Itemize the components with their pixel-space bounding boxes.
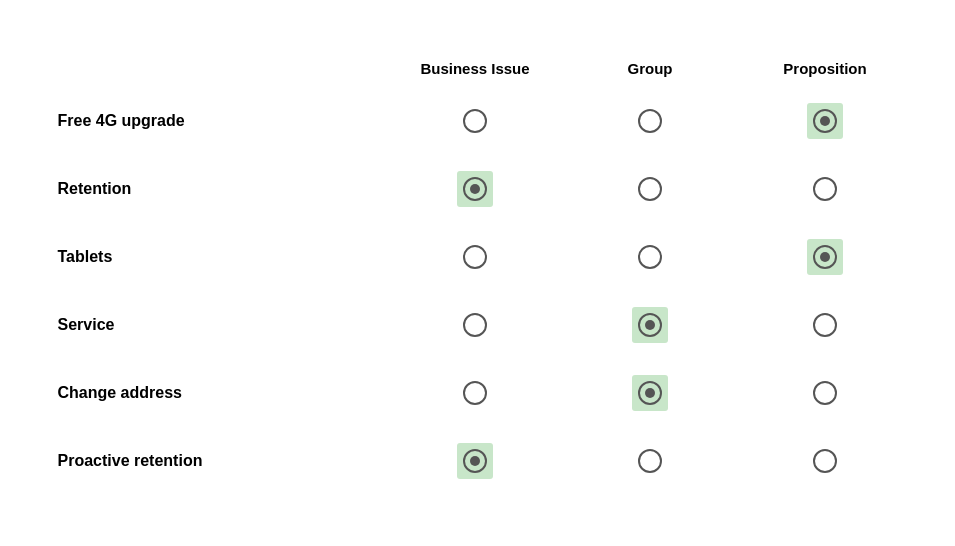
item-label: Free 4G upgrade — [48, 112, 388, 130]
radio-cell-business_issue[interactable] — [388, 375, 563, 411]
radio-wrapper — [807, 103, 843, 139]
item-label: Proactive retention — [48, 452, 388, 470]
radio-cell-business_issue[interactable] — [388, 103, 563, 139]
radio-wrapper — [457, 375, 493, 411]
radio-cells — [388, 239, 913, 275]
radio-cell-proposition[interactable] — [738, 443, 913, 479]
radio-circle[interactable] — [638, 313, 662, 337]
radio-circle[interactable] — [463, 381, 487, 405]
radio-wrapper — [457, 171, 493, 207]
radio-circle[interactable] — [463, 313, 487, 337]
radio-wrapper — [632, 443, 668, 479]
radio-wrapper — [457, 103, 493, 139]
radio-circle[interactable] — [813, 109, 837, 133]
radio-circle[interactable] — [463, 245, 487, 269]
table-row: Tablets — [48, 223, 908, 291]
radio-cell-group[interactable] — [563, 171, 738, 207]
radio-wrapper — [632, 307, 668, 343]
radio-cell-group[interactable] — [563, 239, 738, 275]
table-row: Change address — [48, 359, 908, 427]
radio-cell-proposition[interactable] — [738, 375, 913, 411]
radio-cell-proposition[interactable] — [738, 239, 913, 275]
item-label: Tablets — [48, 248, 388, 266]
radio-cell-proposition[interactable] — [738, 103, 913, 139]
table-row: Free 4G upgrade — [48, 87, 908, 155]
radio-cells — [388, 171, 913, 207]
radio-circle[interactable] — [638, 109, 662, 133]
radio-circle[interactable] — [813, 381, 837, 405]
col-header-business-issue: Business Issue — [388, 60, 563, 77]
radio-circle[interactable] — [638, 449, 662, 473]
radio-cells — [388, 375, 913, 411]
radio-circle[interactable] — [813, 449, 837, 473]
radio-cell-business_issue[interactable] — [388, 443, 563, 479]
radio-wrapper — [632, 171, 668, 207]
radio-circle[interactable] — [638, 381, 662, 405]
radio-cell-group[interactable] — [563, 443, 738, 479]
radio-wrapper — [807, 375, 843, 411]
radio-circle[interactable] — [463, 177, 487, 201]
item-label: Service — [48, 316, 388, 334]
radio-circle[interactable] — [463, 109, 487, 133]
radio-circle[interactable] — [638, 245, 662, 269]
radio-cells — [388, 307, 913, 343]
radio-cells — [388, 443, 913, 479]
radio-cell-business_issue[interactable] — [388, 171, 563, 207]
radio-wrapper — [457, 443, 493, 479]
table-row: Retention — [48, 155, 908, 223]
radio-wrapper — [632, 103, 668, 139]
radio-circle[interactable] — [813, 245, 837, 269]
radio-cell-group[interactable] — [563, 375, 738, 411]
main-container: Business Issue Group Proposition Free 4G… — [28, 32, 928, 515]
radio-cell-group[interactable] — [563, 307, 738, 343]
radio-wrapper — [807, 171, 843, 207]
radio-wrapper — [807, 239, 843, 275]
radio-wrapper — [632, 375, 668, 411]
table-row: Proactive retention — [48, 427, 908, 495]
radio-circle[interactable] — [463, 449, 487, 473]
radio-cell-business_issue[interactable] — [388, 239, 563, 275]
radio-circle[interactable] — [638, 177, 662, 201]
item-label: Retention — [48, 180, 388, 198]
radio-cell-business_issue[interactable] — [388, 307, 563, 343]
radio-wrapper — [632, 239, 668, 275]
radio-cell-proposition[interactable] — [738, 307, 913, 343]
table-row: Service — [48, 291, 908, 359]
header-row: Business Issue Group Proposition — [48, 52, 908, 77]
col-header-group: Group — [563, 60, 738, 77]
radio-circle[interactable] — [813, 177, 837, 201]
radio-wrapper — [807, 307, 843, 343]
column-headers: Business Issue Group Proposition — [388, 60, 913, 77]
radio-wrapper — [807, 443, 843, 479]
levels-section: Business Issue Group Proposition — [388, 52, 913, 77]
radio-wrapper — [457, 239, 493, 275]
radio-cells — [388, 103, 913, 139]
radio-cell-group[interactable] — [563, 103, 738, 139]
col-header-proposition: Proposition — [738, 60, 913, 77]
item-label: Change address — [48, 384, 388, 402]
radio-circle[interactable] — [813, 313, 837, 337]
radio-cell-proposition[interactable] — [738, 171, 913, 207]
data-rows: Free 4G upgradeRetentionTabletsServiceCh… — [48, 87, 908, 495]
radio-wrapper — [457, 307, 493, 343]
